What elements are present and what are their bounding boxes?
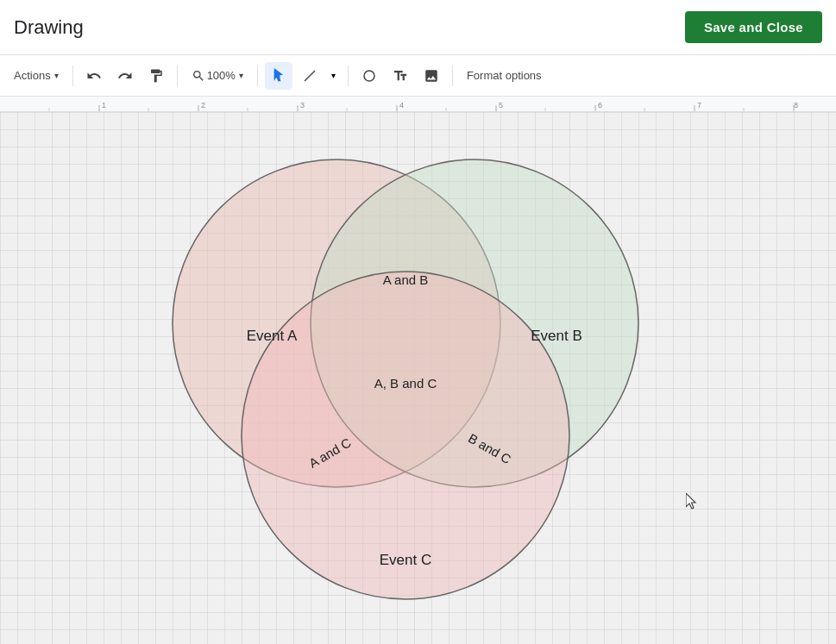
paint-format-button[interactable]	[142, 62, 170, 90]
shape-tool-button[interactable]	[355, 62, 383, 90]
ruler: 1 2 3 4 5 6 7 8	[0, 97, 836, 112]
mouse-cursor	[686, 493, 700, 510]
toolbar-separator-5	[452, 66, 453, 86]
a-b-c-label: A, B and C	[374, 376, 437, 391]
image-button[interactable]	[418, 62, 445, 90]
select-tool-button[interactable]	[265, 62, 292, 90]
a-and-b-label: A and B	[383, 272, 429, 287]
shape-icon	[361, 68, 377, 84]
header: Drawing Save and Close	[0, 0, 836, 55]
canvas-area[interactable]: Event A Event B Event C A and B A, B and…	[0, 112, 836, 644]
svg-line-1	[305, 71, 315, 81]
zoom-value: 100%	[207, 69, 236, 82]
app-title: Drawing	[14, 16, 84, 39]
actions-label: Actions	[14, 69, 51, 82]
undo-button[interactable]	[80, 62, 108, 90]
toolbar: Actions ▾ 100% ▾ ▾	[0, 55, 836, 97]
redo-button[interactable]	[111, 62, 139, 90]
venn-diagram: Event A Event B Event C A and B A, B and…	[112, 125, 682, 616]
toolbar-separator-2	[177, 66, 178, 86]
format-options-button[interactable]: Format options	[460, 62, 549, 90]
zoom-button[interactable]: 100% ▾	[185, 62, 250, 90]
text-box-button[interactable]	[387, 62, 414, 90]
image-icon	[424, 68, 439, 84]
toolbar-separator-1	[72, 66, 73, 86]
event-b-label: Event B	[531, 328, 582, 344]
svg-point-2	[364, 71, 374, 81]
select-icon	[271, 68, 286, 84]
zoom-icon	[192, 69, 205, 83]
event-a-label: Event A	[247, 328, 298, 344]
svg-text:3: 3	[300, 101, 305, 109]
format-options-label: Format options	[467, 69, 542, 82]
svg-text:2: 2	[201, 101, 205, 109]
toolbar-separator-3	[257, 66, 258, 86]
line-icon	[302, 68, 317, 84]
redo-icon	[117, 68, 133, 84]
zoom-caret-icon: ▾	[239, 71, 243, 80]
svg-point-30	[242, 272, 569, 599]
svg-text:4: 4	[399, 101, 404, 109]
paint-format-icon	[148, 68, 164, 84]
svg-text:6: 6	[598, 101, 602, 109]
svg-text:8: 8	[794, 101, 798, 109]
save-close-button[interactable]: Save and Close	[685, 11, 822, 43]
toolbar-separator-4	[348, 66, 349, 86]
actions-menu-button[interactable]: Actions ▾	[7, 62, 66, 90]
undo-icon	[86, 68, 102, 84]
line-caret-icon: ▾	[331, 71, 336, 80]
ruler-svg: 1 2 3 4 5 6 7 8	[0, 97, 836, 112]
svg-rect-3	[0, 97, 836, 112]
textbox-icon	[393, 68, 408, 84]
svg-text:1: 1	[102, 101, 106, 109]
line-tool-button[interactable]	[296, 62, 324, 90]
svg-text:7: 7	[697, 101, 701, 109]
event-c-label: Event C	[380, 552, 431, 568]
svg-text:5: 5	[499, 101, 503, 109]
actions-caret-icon: ▾	[54, 71, 59, 80]
line-dropdown-button[interactable]: ▾	[327, 62, 341, 90]
